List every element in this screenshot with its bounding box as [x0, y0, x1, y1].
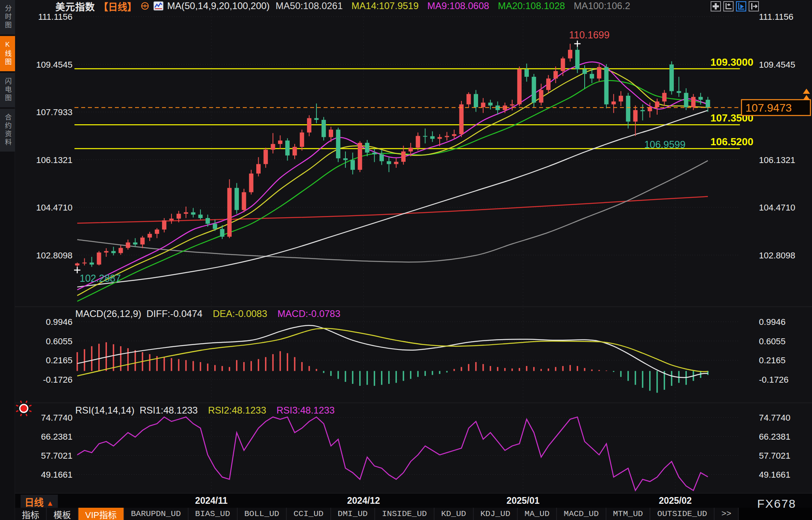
macd-bar	[135, 350, 136, 371]
candle-body	[343, 158, 348, 160]
macd-bar	[294, 357, 295, 371]
rsi-header: RSI(14,14,14) RSI1:48.1233 RSI2:48.1233 …	[75, 405, 345, 416]
macd-bar	[236, 360, 238, 371]
candle-body	[640, 110, 645, 111]
candle-body	[467, 94, 471, 104]
toolbar-tab-OUTSIDE_UD[interactable]: OUTSIDE_UD	[650, 508, 715, 520]
x-axis-date-label: 2025/01	[507, 495, 539, 506]
toolbar-tab-BIAS_UD[interactable]: BIAS_UD	[189, 508, 238, 520]
rsi-axis-tick-right: 66.2381	[759, 432, 791, 442]
macd-bar	[185, 360, 187, 371]
pane-detach-icon[interactable]	[749, 1, 759, 11]
macd-bar	[555, 367, 557, 371]
macd-bar	[381, 371, 383, 385]
candle-body	[329, 130, 333, 137]
macd-bar	[395, 371, 397, 383]
macd-bar	[439, 371, 440, 374]
candle-body	[75, 264, 80, 266]
candle-body	[242, 192, 246, 210]
chart-toolbar-icons	[711, 1, 759, 11]
rsi1-value: RSI1:48.1233	[139, 405, 198, 416]
toolbar-tab-指标[interactable]: 指标	[15, 508, 47, 520]
macd-bar	[526, 366, 528, 371]
macd-bar	[570, 365, 571, 371]
rsi-line	[77, 417, 708, 491]
watermark: FX678	[757, 497, 796, 511]
crosshair-circle-icon[interactable]	[140, 1, 150, 11]
macd-axis-tick-left: 0.2165	[46, 355, 72, 365]
toolbar-tab-模板[interactable]: 模板	[47, 508, 78, 520]
sidebar-item-1[interactable]: K线图	[0, 36, 15, 71]
macd-axis-tick-left: -0.1726	[43, 375, 72, 385]
macd-bar	[345, 371, 346, 382]
candle-body	[597, 67, 601, 78]
rsi-alert-ray	[16, 411, 19, 412]
candle-body	[278, 140, 282, 144]
macd-axis-tick-right: 0.2165	[759, 355, 785, 365]
candle-body	[300, 133, 304, 147]
up-triangle-icon: ▲	[46, 499, 54, 507]
candle-body	[394, 162, 398, 164]
candle-body	[227, 188, 232, 237]
sidebar-item-2[interactable]: 闪电图	[0, 73, 15, 107]
candle-body	[90, 262, 94, 264]
ma-value: MA100:106.2	[574, 0, 630, 11]
macd-bar	[511, 368, 513, 371]
ma-formula: MA(50,14,9,20,100,200)	[167, 0, 270, 11]
macd-axis-tick-right: 0.9946	[759, 317, 785, 327]
macd-bar	[584, 368, 585, 371]
toolbar-tab-VIP指标[interactable]: VIP指标	[78, 508, 124, 520]
chart-type-icon[interactable]	[153, 1, 164, 11]
toolbar-tab-MTM_UD[interactable]: MTM_UD	[606, 508, 651, 520]
candle-body	[539, 90, 543, 102]
macd-dea-value: DEA:-0.0083	[213, 308, 267, 319]
macd-bar	[193, 361, 194, 371]
rsi-alert-ray	[21, 401, 21, 403]
toolbar-tab-CCI_UD[interactable]: CCI_UD	[287, 508, 331, 520]
candle-body	[155, 230, 159, 234]
toolbar-tab-KDJ_UD[interactable]: KDJ_UD	[474, 508, 518, 520]
macd-bar	[250, 361, 252, 371]
price-axis-tick-left: 109.4545	[36, 60, 72, 70]
rsi2-value: RSI2:48.1233	[208, 405, 266, 416]
price-chart-svg: 111.1156111.1156109.4545109.4545107.7933…	[0, 0, 812, 520]
toolbar-tab-BARUPDN_UD[interactable]: BARUPDN_UD	[124, 508, 189, 520]
sidebar-item-3[interactable]: 合约资料	[0, 109, 15, 152]
candle-body	[633, 110, 638, 121]
rsi-alert-ray	[29, 411, 32, 412]
pan-cross-icon[interactable]	[711, 1, 721, 11]
toolbar-tab-DMI_UD[interactable]: DMI_UD	[331, 508, 376, 520]
macd-bar	[316, 369, 317, 371]
candle-body	[626, 96, 630, 121]
candle-body	[234, 188, 239, 210]
macd-bar	[599, 370, 600, 371]
sidebar-item-0[interactable]: 分时图	[0, 0, 15, 34]
candle-body	[206, 218, 210, 224]
macd-bar	[98, 344, 100, 371]
macd-bar	[337, 371, 339, 379]
macd-bar	[301, 362, 303, 371]
price-up-arrows-icon	[803, 89, 810, 100]
candle-body	[416, 136, 420, 148]
macd-bar	[468, 364, 469, 371]
toolbar-tab-MACD_UD[interactable]: MACD_UD	[557, 508, 606, 520]
macd-bar	[656, 371, 658, 393]
macd-bar	[221, 366, 223, 371]
toolbar-tab->>[interactable]: >>	[715, 508, 739, 520]
candle-body	[336, 130, 340, 159]
price-annotation: 110.1699	[569, 29, 609, 40]
macd-bar	[591, 370, 593, 371]
toolbar-tab-KD_UD[interactable]: KD_UD	[435, 508, 474, 520]
candle-body	[423, 136, 427, 137]
toolbar-tab-MA_UD[interactable]: MA_UD	[518, 508, 557, 520]
axis-play-icon[interactable]	[736, 1, 746, 11]
toolbar-tab-BOLL_UD[interactable]: BOLL_UD	[238, 508, 287, 520]
toolbar-tab-INSIDE_UD[interactable]: INSIDE_UD	[375, 508, 434, 520]
macd-bar	[649, 371, 651, 391]
level-label: 106.5200	[711, 136, 753, 148]
axis-scale-icon[interactable]	[723, 1, 734, 11]
candle-body	[669, 65, 674, 91]
macd-macd-value: MACD:-0.0783	[278, 308, 341, 319]
macd-bar	[519, 368, 520, 371]
macd-bar	[497, 367, 499, 371]
